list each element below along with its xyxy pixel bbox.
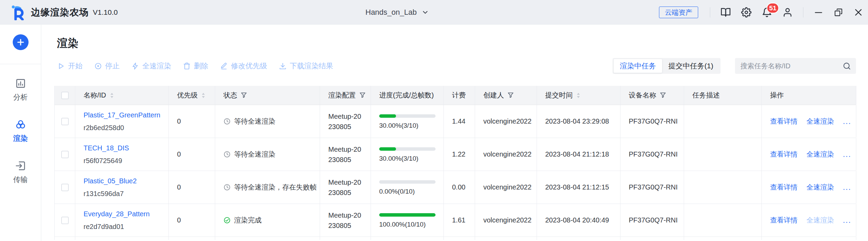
sort-carets-icon[interactable] bbox=[110, 92, 114, 99]
more-actions-button[interactable]: ... bbox=[843, 117, 851, 126]
billing-cell: 1.61 bbox=[444, 204, 475, 237]
start-button[interactable]: 开始 bbox=[57, 61, 83, 71]
tab-submitting-tasks[interactable]: 提交中任务(1) bbox=[662, 59, 719, 73]
modify-priority-button[interactable]: 修改优先级 bbox=[220, 61, 267, 71]
progress-track bbox=[379, 213, 436, 217]
task-name-link[interactable]: Plastic_17_GreenPattern bbox=[84, 111, 160, 119]
priority-cell: 0 bbox=[169, 204, 215, 237]
full-speed-link[interactable]: 全速渲染 bbox=[806, 150, 834, 159]
view-details-link[interactable]: 查看详情 bbox=[770, 150, 798, 159]
more-actions-button[interactable]: ... bbox=[843, 216, 851, 225]
row-checkbox[interactable] bbox=[61, 151, 69, 158]
sort-carets-icon[interactable] bbox=[576, 92, 581, 99]
full-speed-render-button[interactable]: 全速渲染 bbox=[131, 61, 171, 71]
search-icon[interactable] bbox=[843, 62, 851, 70]
funnel-icon[interactable] bbox=[241, 92, 247, 99]
docs-book-icon[interactable] bbox=[721, 7, 731, 18]
stop-icon bbox=[94, 62, 102, 70]
app-brand: 边缘渲染农场 V1.10.0 bbox=[10, 4, 118, 20]
col-header-progress: 进度(完成/总帧数) bbox=[371, 86, 444, 105]
priority-value: 0 bbox=[177, 117, 181, 125]
sidebar-item-render[interactable]: 渲染 bbox=[0, 119, 41, 143]
view-details-link[interactable]: 查看详情 bbox=[770, 183, 798, 192]
task-name-link[interactable]: Everyday_28_Pattern bbox=[84, 210, 150, 218]
cloud-assets-button[interactable]: 云端资产 bbox=[659, 7, 698, 18]
name-id-cell: TECH_18_DISr56f0725649 bbox=[75, 138, 169, 171]
sidebar-item-label: 渲染 bbox=[13, 134, 28, 143]
window-minimize-icon[interactable] bbox=[814, 8, 823, 17]
more-actions-button[interactable]: ... bbox=[843, 150, 851, 159]
billing-value: 1.61 bbox=[452, 216, 465, 224]
row-checkbox[interactable] bbox=[61, 184, 69, 191]
window-close-icon[interactable] bbox=[854, 8, 863, 17]
funnel-icon[interactable] bbox=[660, 92, 666, 99]
notifications-bell-icon[interactable]: 51 bbox=[762, 7, 772, 18]
workspace-selector[interactable]: Hands_on_Lab bbox=[365, 0, 429, 25]
table-row: Plastic_17_GreenPatternr2b6ed258d00等待全速渲… bbox=[55, 105, 856, 138]
submit-time-value: 2023-08-04 20:40:49 bbox=[545, 216, 609, 224]
priority-cell: 0 bbox=[169, 138, 215, 171]
funnel-icon[interactable] bbox=[507, 92, 514, 99]
task-name-link[interactable]: Plastic_05_Blue2 bbox=[84, 177, 137, 185]
view-details-link[interactable]: 查看详情 bbox=[770, 117, 798, 126]
sidebar-item-transfer[interactable]: 传输 bbox=[0, 160, 41, 184]
table-row: Everyday_28_Patternre2d7d9ad010渲染完成Meetu… bbox=[55, 204, 856, 237]
col-header-label: 渲染配置 bbox=[328, 91, 356, 100]
settings-gear-icon[interactable] bbox=[741, 7, 751, 18]
device-name-cell: PF37G0Q7-RNI bbox=[620, 171, 684, 204]
user-account-icon[interactable] bbox=[782, 7, 793, 18]
clock-icon bbox=[223, 118, 231, 125]
creator-cell: volcengine2022 bbox=[475, 204, 537, 237]
creator-value: volcengine2022 bbox=[483, 183, 531, 191]
select-all-checkbox[interactable] bbox=[61, 92, 69, 99]
description-cell bbox=[684, 171, 762, 204]
transfer-icon bbox=[15, 160, 26, 171]
page-title: 渲染 bbox=[57, 36, 856, 50]
filters-group: 渲染中任务提交中任务(1) bbox=[613, 58, 856, 74]
edit-icon bbox=[220, 62, 228, 70]
col-header-label: 名称/ID bbox=[84, 91, 106, 100]
task-name-link[interactable]: TECH_18_DIS bbox=[84, 144, 129, 152]
search-input[interactable] bbox=[740, 62, 843, 70]
creator-value: volcengine2022 bbox=[483, 117, 531, 125]
operations-cell: 查看详情全速渲染... bbox=[762, 105, 856, 138]
full-speed-link[interactable]: 全速渲染 bbox=[806, 216, 834, 225]
status-cell: 渲染完成 bbox=[215, 204, 320, 237]
more-actions-button[interactable]: ... bbox=[843, 183, 851, 192]
device-name-value: PF37G0Q7-RNI bbox=[629, 216, 678, 224]
progress-cell: 0.00%(0/10) bbox=[371, 171, 444, 204]
funnel-icon[interactable] bbox=[359, 92, 366, 99]
render-config-value: Meetup-20230805 bbox=[328, 144, 364, 165]
status-cell: 等待全速渲染 bbox=[215, 105, 320, 138]
window-restore-icon[interactable] bbox=[834, 8, 843, 17]
app-logo-icon bbox=[10, 4, 26, 20]
sidebar-item-analysis[interactable]: 分析 bbox=[0, 78, 41, 102]
render-config-cell: Meetup-20230805 bbox=[320, 204, 371, 237]
progress-fill bbox=[379, 213, 436, 217]
download-results-button[interactable]: 下载渲染结果 bbox=[279, 61, 333, 71]
view-details-link[interactable]: 查看详情 bbox=[770, 216, 798, 225]
device-name-value: PF37G0Q7-RNI bbox=[629, 117, 678, 125]
priority-cell: 0 bbox=[169, 171, 215, 204]
priority-value: 0 bbox=[177, 183, 181, 191]
col-header-label: 提交时间 bbox=[545, 91, 573, 100]
full-speed-link[interactable]: 全速渲染 bbox=[806, 183, 834, 192]
description-cell bbox=[684, 138, 762, 171]
name-id-cell: Plastic_17_GreenPatternr2b6ed258d0 bbox=[75, 105, 169, 138]
full-speed-link[interactable]: 全速渲染 bbox=[806, 117, 834, 126]
submit-time-cell: 2023-08-04 20:40:49 bbox=[537, 204, 620, 237]
task-id: r2b6ed258d0 bbox=[84, 124, 124, 131]
bar-chart-icon bbox=[15, 78, 26, 89]
stop-button[interactable]: 停止 bbox=[94, 61, 120, 71]
action-label: 修改优先级 bbox=[231, 61, 267, 71]
billing-cell: 1.44 bbox=[444, 105, 475, 138]
render-config-cell: Meetup-20230805 bbox=[320, 138, 371, 171]
row-checkbox[interactable] bbox=[61, 217, 69, 224]
delete-button[interactable]: 删除 bbox=[183, 61, 208, 71]
row-checkbox[interactable] bbox=[61, 118, 69, 125]
new-task-plus-button[interactable] bbox=[13, 34, 29, 50]
tab-rendering-tasks[interactable]: 渲染中任务 bbox=[614, 59, 662, 73]
sort-carets-icon[interactable] bbox=[201, 92, 206, 99]
render-circles-icon bbox=[15, 119, 26, 130]
creator-value: volcengine2022 bbox=[483, 150, 531, 158]
